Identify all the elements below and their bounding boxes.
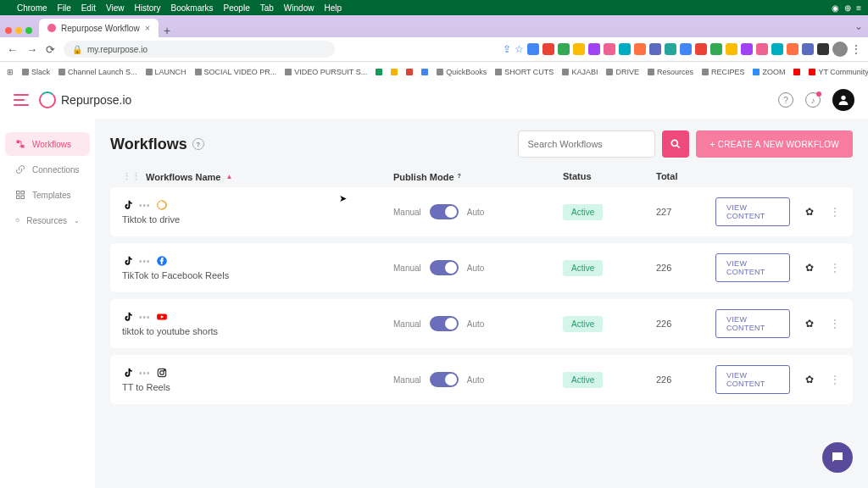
create-workflow-button[interactable]: + CREATE A NEW WORKFLOW: [696, 130, 853, 158]
settings-icon[interactable]: ✿: [805, 262, 814, 274]
publish-mode-toggle[interactable]: [430, 260, 459, 275]
extension-icon[interactable]: [649, 43, 661, 55]
mac-menu-item[interactable]: Window: [284, 3, 314, 13]
bookmark[interactable]: LAUNCH: [146, 68, 186, 76]
mac-menu-item[interactable]: File: [58, 3, 71, 13]
extension-icon[interactable]: [665, 43, 676, 55]
extension-icon[interactable]: [710, 43, 722, 55]
help-tooltip-icon[interactable]: ?: [192, 138, 204, 150]
extension-icon[interactable]: [680, 43, 692, 55]
sort-asc-icon[interactable]: ▲: [225, 173, 232, 180]
window-close-icon[interactable]: [5, 27, 12, 34]
mac-menu-item[interactable]: Tab: [260, 3, 274, 13]
bookmark[interactable]: Resources: [648, 68, 693, 76]
extension-icon[interactable]: [527, 43, 539, 55]
sidebar-item-workflows[interactable]: Workflows: [5, 132, 90, 156]
bookmark[interactable]: Channel Launch S...: [58, 68, 137, 76]
bookmark[interactable]: RECIPES: [702, 68, 745, 76]
forward-button[interactable]: →: [26, 43, 37, 56]
url-field[interactable]: 🔒 my.repurpose.io: [64, 41, 335, 58]
extension-icon[interactable]: [817, 43, 829, 55]
bookmark[interactable]: ZOOM: [753, 68, 785, 76]
reload-button[interactable]: ⟳: [46, 43, 55, 56]
publish-mode-toggle[interactable]: [430, 204, 459, 219]
extension-icon[interactable]: [619, 43, 631, 55]
share-icon[interactable]: ⇪: [503, 43, 511, 55]
back-button[interactable]: ←: [7, 43, 18, 56]
app-logo[interactable]: Repurpose.io: [39, 92, 131, 108]
extension-icon[interactable]: [573, 43, 585, 55]
mac-app-name[interactable]: Chrome: [17, 3, 47, 13]
bookmark[interactable]: VIDEO PURSUIT S...: [285, 68, 367, 76]
extension-icon[interactable]: [726, 43, 737, 55]
chat-widget-button[interactable]: [822, 442, 853, 473]
bookmark[interactable]: SHORT CUTS: [495, 68, 554, 76]
view-content-button[interactable]: VIEW CONTENT: [715, 365, 790, 394]
bookmark[interactable]: [421, 69, 428, 75]
column-name[interactable]: ⋮⋮ Workflows Name ▲: [122, 171, 393, 182]
mac-menu-item[interactable]: Help: [324, 3, 342, 13]
bookmark[interactable]: Slack: [22, 68, 50, 76]
mac-menu-item[interactable]: History: [134, 3, 160, 13]
mac-status-icon[interactable]: ◉: [832, 3, 839, 13]
settings-icon[interactable]: ✿: [805, 318, 814, 330]
extension-icon[interactable]: [771, 43, 783, 55]
bookmark[interactable]: [391, 69, 398, 75]
settings-icon[interactable]: ✿: [805, 206, 814, 218]
extension-icon[interactable]: [542, 43, 554, 55]
mac-menu-item[interactable]: Bookmarks: [171, 3, 214, 13]
search-input[interactable]: [518, 130, 655, 158]
publish-mode-toggle[interactable]: [430, 372, 459, 387]
extension-icon[interactable]: [787, 43, 798, 55]
extension-icon[interactable]: [634, 43, 646, 55]
sidebar-item-resources[interactable]: ? Resources ⌄: [5, 208, 90, 232]
menu-toggle-button[interactable]: [14, 94, 29, 106]
star-icon[interactable]: ☆: [515, 43, 524, 55]
profile-avatar-icon[interactable]: [832, 42, 848, 57]
notifications-icon[interactable]: ♪: [805, 92, 821, 108]
bookmark[interactable]: YT Community Tab: [809, 68, 868, 76]
settings-icon[interactable]: ✿: [805, 374, 814, 385]
bookmark[interactable]: QuickBooks: [437, 68, 487, 76]
browser-tab[interactable]: Repurpose Workflow ×: [39, 19, 159, 37]
tab-overflow-icon[interactable]: ⌄: [854, 20, 863, 32]
more-options-icon[interactable]: ⋮: [829, 205, 841, 219]
extension-icon[interactable]: [802, 43, 814, 55]
sidebar-item-connections[interactable]: Connections: [5, 158, 90, 181]
more-options-icon[interactable]: ⋮: [829, 261, 841, 274]
view-content-button[interactable]: VIEW CONTENT: [715, 253, 790, 282]
sidebar-item-templates[interactable]: Templates: [5, 183, 90, 207]
extension-icon[interactable]: [756, 43, 768, 55]
view-content-button[interactable]: VIEW CONTENT: [715, 309, 790, 338]
bookmark[interactable]: DRIVE: [606, 68, 639, 76]
mac-status-icon[interactable]: ⊕: [844, 3, 851, 13]
mac-menu-item[interactable]: Edit: [81, 3, 96, 13]
extension-icon[interactable]: [588, 43, 600, 55]
extension-icon[interactable]: [741, 43, 753, 55]
help-icon[interactable]: ?: [778, 92, 793, 108]
mac-status-icon[interactable]: ≡: [856, 3, 861, 13]
extension-icon[interactable]: [604, 43, 615, 55]
bookmark[interactable]: KAJABI: [562, 68, 598, 76]
user-avatar[interactable]: [832, 89, 854, 111]
new-tab-button[interactable]: +: [159, 24, 175, 37]
search-button[interactable]: [662, 130, 689, 158]
more-options-icon[interactable]: ⋮: [829, 373, 841, 386]
menu-icon[interactable]: ⋮: [851, 43, 861, 55]
mac-menu-item[interactable]: View: [106, 3, 125, 13]
mac-menu-item[interactable]: People: [224, 3, 250, 13]
extension-icon[interactable]: [695, 43, 707, 55]
view-content-button[interactable]: VIEW CONTENT: [715, 197, 790, 226]
extension-icon[interactable]: [558, 43, 570, 55]
publish-mode-toggle[interactable]: [430, 316, 459, 331]
apps-icon[interactable]: ⊞: [7, 68, 14, 76]
bookmark[interactable]: [376, 69, 382, 75]
more-options-icon[interactable]: ⋮: [829, 317, 841, 330]
window-minimize-icon[interactable]: [15, 27, 22, 34]
bookmark[interactable]: [406, 69, 413, 75]
bookmark[interactable]: SOCIAL VIDEO PR...: [195, 68, 277, 76]
help-tooltip-icon[interactable]: ?: [458, 173, 466, 181]
close-tab-icon[interactable]: ×: [145, 23, 150, 33]
bookmark[interactable]: [793, 69, 800, 75]
window-zoom-icon[interactable]: [25, 27, 32, 34]
